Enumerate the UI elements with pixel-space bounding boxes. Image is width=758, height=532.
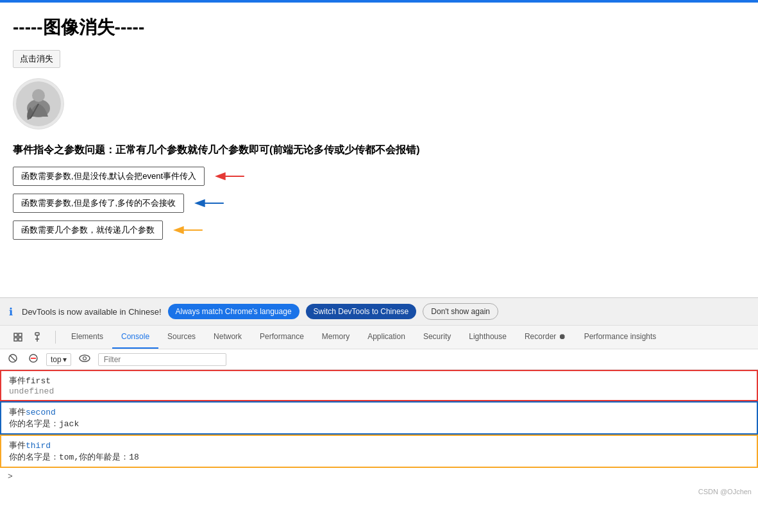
arrow-blue-icon bbox=[194, 197, 226, 210]
console-toolbar: top ▾ bbox=[0, 349, 758, 370]
devtools-tabs-bar: Elements Console Sources Network Perform… bbox=[0, 325, 758, 349]
param-button-2[interactable]: 函数需要参数,但是多传了,多传的不会接收 bbox=[13, 194, 184, 213]
cursor-icon-button[interactable] bbox=[9, 328, 27, 346]
footer: CSDN @OJchen bbox=[0, 485, 758, 498]
console-line-1-2: undefined bbox=[9, 387, 749, 396]
tab-sources[interactable]: Sources bbox=[158, 326, 205, 349]
console-entry-3: 事件third 你的名字是：tom,你的年龄是：18 bbox=[0, 435, 758, 468]
svg-rect-8 bbox=[14, 338, 17, 341]
tab-application[interactable]: Application bbox=[358, 326, 414, 349]
svg-rect-6 bbox=[14, 333, 17, 337]
tab-performance[interactable]: Performance bbox=[251, 326, 313, 349]
clear-console-button[interactable] bbox=[5, 352, 21, 367]
console-line-2-2: 你的名字是：jack bbox=[9, 418, 749, 429]
console-entry-1: 事件first undefined bbox=[0, 370, 758, 401]
avatar bbox=[13, 78, 64, 129]
disappear-button[interactable]: 点击消失 bbox=[13, 50, 60, 68]
svg-point-18 bbox=[83, 357, 86, 360]
console-line-2-1: 事件second bbox=[9, 406, 749, 418]
avatar-image bbox=[16, 81, 61, 126]
tab-memory[interactable]: Memory bbox=[313, 326, 358, 349]
eye-icon-button[interactable] bbox=[76, 353, 93, 366]
devtools-icon-buttons bbox=[5, 328, 62, 346]
tab-security[interactable]: Security bbox=[414, 326, 460, 349]
button-row-2: 函数需要参数,但是多传了,多传的不会接收 bbox=[13, 194, 745, 213]
svg-rect-9 bbox=[19, 338, 22, 341]
switch-chinese-button[interactable]: Switch DevTools to Chinese bbox=[306, 304, 417, 319]
console-entry-2: 事件second 你的名字是：jack bbox=[0, 401, 758, 435]
console-line-3-1: 事件third bbox=[9, 440, 749, 451]
tab-performance-insights[interactable]: Performance insights bbox=[575, 326, 666, 349]
prompt-chevron: > bbox=[8, 472, 13, 481]
page-title: -----图像消失----- bbox=[13, 15, 745, 40]
svg-rect-10 bbox=[35, 333, 39, 335]
console-output: 事件first undefined 事件second 你的名字是：jack 事件… bbox=[0, 370, 758, 485]
avatar-container bbox=[13, 78, 745, 129]
context-selector[interactable]: top ▾ bbox=[46, 353, 71, 366]
arrow-yellow-icon bbox=[173, 224, 205, 237]
svg-rect-7 bbox=[19, 333, 22, 337]
console-prompt[interactable]: > bbox=[0, 468, 758, 485]
filter-input[interactable] bbox=[98, 353, 226, 366]
dropdown-arrow-icon: ▾ bbox=[63, 355, 67, 364]
dont-show-again-button[interactable]: Don't show again bbox=[423, 303, 498, 320]
inspect-element-button[interactable] bbox=[31, 328, 49, 346]
devtools-notify-text: DevTools is now available in Chinese! bbox=[22, 307, 162, 317]
param-section-title: 事件指令之参数问题：正常有几个参数就传几个参数即可(前端无论多传或少传都不会报错… bbox=[13, 142, 745, 158]
tab-recorder[interactable]: Recorder ⏺ bbox=[516, 326, 575, 349]
button-row-3: 函数需要几个参数，就传递几个参数 bbox=[13, 220, 745, 240]
match-language-button[interactable]: Always match Chrome's language bbox=[168, 304, 299, 319]
console-line-3-2: 你的名字是：tom,你的年龄是：18 bbox=[9, 451, 749, 463]
info-icon: ℹ bbox=[9, 306, 13, 318]
tab-separator bbox=[55, 331, 56, 344]
param-button-3[interactable]: 函数需要几个参数，就传递几个参数 bbox=[13, 220, 163, 240]
tab-elements[interactable]: Elements bbox=[62, 326, 112, 349]
arrow-red-icon bbox=[215, 170, 247, 183]
svg-line-14 bbox=[10, 356, 15, 361]
footer-text: CSDN @OJchen bbox=[698, 488, 752, 495]
devtools-notification-bar: ℹ DevTools is now available in Chinese! … bbox=[0, 297, 758, 325]
top-label: top bbox=[51, 355, 62, 364]
tab-network[interactable]: Network bbox=[205, 326, 251, 349]
button-row-1: 函数需要参数,但是没传,默认会把event事件传入 bbox=[13, 167, 745, 186]
svg-point-17 bbox=[80, 355, 90, 362]
console-line-1-1: 事件first bbox=[9, 375, 749, 387]
param-button-1[interactable]: 函数需要参数,但是没传,默认会把event事件传入 bbox=[13, 167, 205, 186]
filter-toggle-button[interactable] bbox=[26, 352, 41, 367]
tab-lighthouse[interactable]: Lighthouse bbox=[460, 326, 516, 349]
tab-console[interactable]: Console bbox=[112, 326, 158, 349]
main-content: -----图像消失----- 点击消失 事件指令之参数问题：正常有几个参数就传几… bbox=[0, 3, 758, 297]
svg-point-2 bbox=[32, 89, 45, 102]
